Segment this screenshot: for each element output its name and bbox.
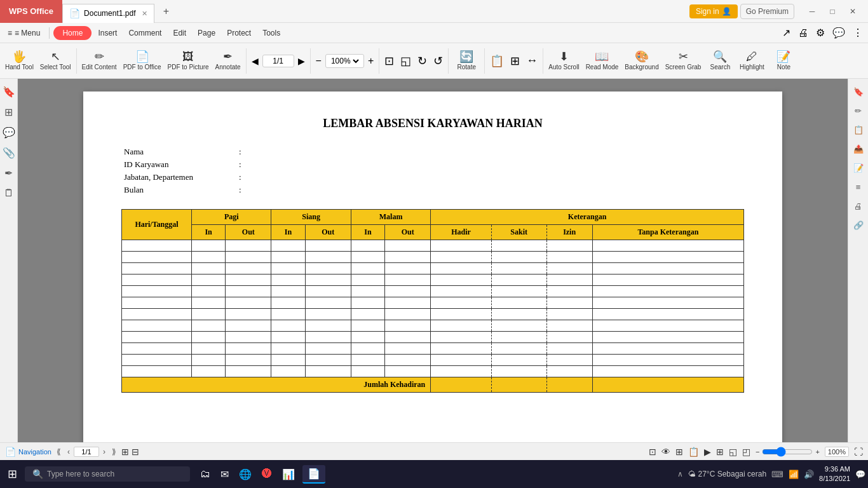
rotate-left-icon[interactable]: ↺ bbox=[431, 53, 445, 69]
grid-icon[interactable]: ⊞ bbox=[508, 53, 522, 69]
taskbar-edge-icon[interactable]: 🌐 bbox=[236, 466, 254, 483]
scroll-icon[interactable]: ↔ bbox=[524, 53, 540, 69]
status-icon-1[interactable]: ⊡ bbox=[649, 447, 656, 457]
first-page-arrow[interactable]: ⟪ bbox=[54, 446, 64, 458]
weather-widget[interactable]: 🌤 27°C Sebagai cerah bbox=[688, 470, 767, 478]
page-number-input[interactable] bbox=[262, 55, 294, 67]
fit-width-icon[interactable]: ◱ bbox=[398, 53, 414, 69]
rs-format-icon[interactable]: ≡ bbox=[851, 179, 866, 194]
last-page-arrow[interactable]: ⟫ bbox=[109, 446, 119, 458]
zoom-slider-input[interactable] bbox=[762, 447, 813, 457]
print-icon[interactable]: 🖨 bbox=[796, 25, 811, 41]
add-page-icon[interactable]: ⊞ bbox=[121, 447, 129, 457]
taskbar-excel-icon[interactable]: 📊 bbox=[280, 466, 297, 483]
comment-menu-item[interactable]: Comment bbox=[123, 26, 166, 40]
fullscreen-icon[interactable]: ⛶ bbox=[854, 447, 863, 457]
status-icon-8[interactable]: ◰ bbox=[742, 447, 750, 457]
taskbar-mail-icon[interactable]: ✉ bbox=[218, 466, 231, 483]
close-button[interactable]: ✕ bbox=[843, 1, 863, 22]
search-bar[interactable]: 🔍 Type here to search bbox=[25, 466, 190, 482]
signature-sidebar-icon[interactable]: ✒ bbox=[1, 165, 17, 180]
home-menu-item[interactable]: Home bbox=[53, 26, 92, 40]
zoom-increase-icon[interactable]: + bbox=[815, 448, 819, 456]
settings-icon[interactable]: ⚙ bbox=[813, 24, 827, 41]
rs-copy-icon[interactable]: 📋 bbox=[851, 122, 866, 137]
note-button[interactable]: 📝 Note bbox=[768, 50, 799, 72]
highlight-button[interactable]: 🖊 Highlight bbox=[736, 50, 767, 72]
rs-export-icon[interactable]: 📤 bbox=[851, 141, 866, 156]
rs-edit-icon[interactable]: ✏ bbox=[851, 103, 866, 118]
taskbar-wps-icon[interactable]: 📄 bbox=[302, 465, 325, 484]
status-page-input[interactable] bbox=[74, 447, 99, 457]
insert-menu-item[interactable]: Insert bbox=[93, 26, 122, 40]
thumbnail-sidebar-icon[interactable]: ⊞ bbox=[1, 104, 17, 119]
navigation-label[interactable]: Navigation bbox=[18, 448, 51, 456]
protect-menu-item[interactable]: Protect bbox=[222, 26, 256, 40]
pages-panel-icon[interactable]: 📋 bbox=[487, 53, 506, 69]
go-premium-button[interactable]: Go Premium bbox=[740, 4, 794, 19]
edit-content-button[interactable]: ✏ Edit Content bbox=[79, 50, 119, 72]
screen-grab-button[interactable]: ✂ Screen Grab bbox=[663, 50, 704, 72]
maximize-button[interactable]: □ bbox=[822, 1, 843, 22]
layers-sidebar-icon[interactable]: 🗒 bbox=[1, 186, 17, 201]
hand-tool-button[interactable]: 🖐 Hand Tool bbox=[3, 50, 36, 72]
zoom-in-button[interactable]: + bbox=[365, 53, 376, 69]
annotate-button[interactable]: ✒ Annotate bbox=[213, 50, 243, 72]
notification-icon[interactable]: 💬 bbox=[855, 470, 865, 479]
zoom-out-button[interactable]: − bbox=[313, 53, 324, 69]
comment-sidebar-icon[interactable]: 💬 bbox=[1, 125, 17, 140]
share-icon[interactable]: ↗ bbox=[780, 24, 793, 41]
taskbar-clock[interactable]: 9:36 AM 8/13/2021 bbox=[819, 464, 850, 484]
zoom-control[interactable]: 100% 75% 125% 150% bbox=[325, 54, 364, 68]
status-icon-4[interactable]: 📋 bbox=[688, 447, 699, 457]
status-icon-5[interactable]: ▶ bbox=[704, 447, 711, 457]
prev-page-arrow[interactable]: ‹ bbox=[65, 446, 72, 458]
tab-close-icon[interactable]: ✕ bbox=[142, 10, 147, 18]
sign-in-button[interactable]: Sign in 👤 bbox=[689, 4, 738, 18]
fit-page-icon[interactable]: ⊡ bbox=[382, 53, 397, 69]
select-tool-button[interactable]: ↖ Select Tool bbox=[37, 50, 74, 72]
zoom-decrease-icon[interactable]: − bbox=[756, 448, 759, 456]
status-icon-2[interactable]: 👁 bbox=[661, 447, 670, 457]
rotate-button[interactable]: 🔄 Rotate bbox=[451, 50, 482, 72]
taskbar-app1-icon[interactable]: 🅥 bbox=[259, 466, 275, 482]
taskbar-explorer-icon[interactable]: 🗂 bbox=[198, 466, 213, 482]
pdf-area[interactable]: LEMBAR ABSENSI KARYAWAN HARIAN Nama : ID… bbox=[18, 79, 848, 442]
next-page-button[interactable]: ▶ bbox=[295, 53, 308, 69]
background-button[interactable]: 🎨 Background bbox=[622, 50, 661, 72]
pdf-to-office-button[interactable]: 📄 PDF to Office bbox=[121, 50, 164, 72]
prev-page-button[interactable]: ◀ bbox=[249, 53, 261, 69]
bookmark-sidebar-icon[interactable]: 🔖 bbox=[1, 84, 17, 99]
rotate-icon[interactable]: ↻ bbox=[415, 53, 430, 69]
start-button[interactable]: ⊞ bbox=[3, 464, 22, 484]
taskbar-volume-icon[interactable]: 🔊 bbox=[804, 470, 814, 479]
page-menu-item[interactable]: Page bbox=[193, 26, 220, 40]
zoom-select[interactable]: 100% 75% 125% 150% bbox=[329, 56, 361, 66]
more-icon[interactable]: ⋮ bbox=[850, 24, 865, 41]
rs-bookmark-icon[interactable]: 🔖 bbox=[851, 84, 866, 99]
document-tab[interactable]: 📄 Document1.pdf ✕ bbox=[62, 4, 154, 23]
tools-menu-item[interactable]: Tools bbox=[257, 26, 285, 40]
pdf-to-picture-button[interactable]: 🖼 PDF to Picture bbox=[165, 50, 212, 72]
taskbar-up-arrow[interactable]: ∧ bbox=[677, 470, 683, 478]
search-button[interactable]: 🔍 Search bbox=[705, 50, 735, 72]
edit-menu-item[interactable]: Edit bbox=[168, 26, 191, 40]
auto-scroll-button[interactable]: ⬇ Auto Scroll bbox=[546, 50, 581, 72]
remove-page-icon[interactable]: ⊟ bbox=[132, 447, 139, 457]
wps-office-button[interactable]: WPS Office bbox=[0, 0, 62, 23]
attachment-sidebar-icon[interactable]: 📎 bbox=[1, 145, 17, 160]
next-page-arrow[interactable]: › bbox=[100, 446, 108, 458]
menu-button[interactable]: ≡ ≡ Menu bbox=[3, 26, 45, 40]
rs-note-icon[interactable]: 📝 bbox=[851, 160, 866, 175]
rs-stamp-icon[interactable]: 🔗 bbox=[851, 217, 866, 233]
status-icon-7[interactable]: ◱ bbox=[729, 447, 737, 457]
rs-print-icon[interactable]: 🖨 bbox=[851, 198, 866, 214]
chat-icon[interactable]: 💬 bbox=[830, 24, 848, 41]
status-icon-3[interactable]: ⊞ bbox=[675, 447, 683, 457]
read-mode-button[interactable]: 📖 Read Mode bbox=[583, 50, 621, 72]
taskbar-wifi-icon[interactable]: 📶 bbox=[789, 470, 799, 479]
status-icon-6[interactable]: ⊞ bbox=[716, 447, 724, 457]
minimize-button[interactable]: ─ bbox=[802, 1, 822, 22]
taskbar-keyboard-icon[interactable]: ⌨ bbox=[771, 470, 783, 479]
new-tab-button[interactable]: + bbox=[157, 3, 175, 20]
